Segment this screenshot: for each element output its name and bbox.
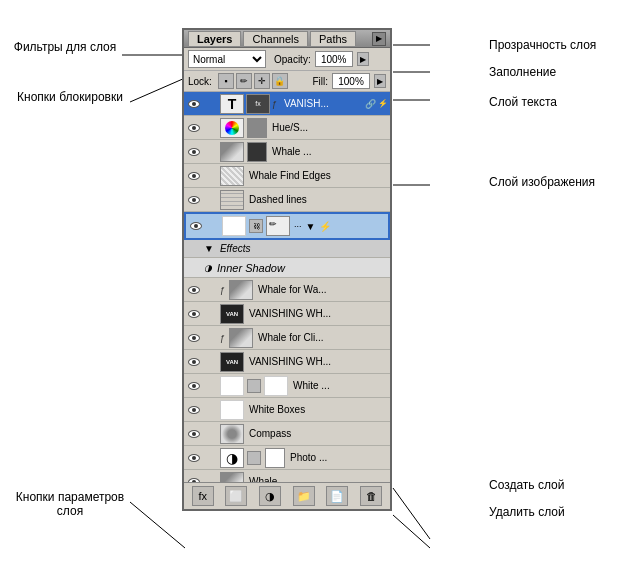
- layer-effects-header: ▼ Effects: [184, 240, 390, 258]
- layer-thumb-hue: [220, 118, 244, 138]
- layer-chain-photo[interactable]: [204, 450, 218, 466]
- layer-item-vanish-text[interactable]: T fx ƒ VANISH... 🔗 ⚡: [184, 92, 390, 116]
- layer-visibility-whale-mask[interactable]: [186, 144, 202, 160]
- layer-thumb-special: [222, 216, 246, 236]
- new-layer-button[interactable]: 📄: [326, 486, 348, 506]
- tab-layers[interactable]: Layers: [188, 31, 241, 46]
- layer-item-compass[interactable]: Compass: [184, 422, 390, 446]
- layer-chain-vanish[interactable]: [204, 96, 218, 112]
- layer-visibility-vanish[interactable]: [186, 96, 202, 112]
- new-fill-layer-button[interactable]: ◑: [259, 486, 281, 506]
- layer-name-whale-final: Whale: [246, 476, 388, 482]
- layer-name-whale-wa: Whale for Wa...: [255, 284, 388, 295]
- blend-mode-select[interactable]: Normal Multiply Screen Overlay: [188, 50, 266, 68]
- layer-chain-photo: [247, 451, 261, 465]
- layer-name-compass: Compass: [246, 428, 388, 439]
- layer-visibility-white-boxes[interactable]: [186, 402, 202, 418]
- add-style-icon: fx: [199, 490, 208, 502]
- new-group-icon: 📁: [297, 490, 311, 503]
- layer-item-white-boxes[interactable]: White Boxes: [184, 398, 390, 422]
- layer-thumb-vanish-style: fx: [246, 94, 270, 114]
- layers-panel: Layers Channels Paths ▶ Normal Mu: [182, 28, 392, 511]
- delete-layer-button[interactable]: 🗑: [360, 486, 382, 506]
- layer-chain-white[interactable]: [204, 378, 218, 394]
- panel-menu-button[interactable]: ▶: [372, 32, 386, 46]
- layer-item-whale-final[interactable]: Whale: [184, 470, 390, 482]
- lock-transparency-button[interactable]: ▪: [218, 73, 234, 89]
- fill-input[interactable]: [332, 73, 370, 89]
- layer-visibility-photo[interactable]: [186, 450, 202, 466]
- effects-label: Effects: [220, 243, 251, 254]
- layer-visibility-dashed[interactable]: [186, 192, 202, 208]
- layer-thumb-special2: ✏: [266, 216, 290, 236]
- layer-chain-whale-wa[interactable]: [204, 282, 218, 298]
- panel-toolbar: fx ⬜ ◑ 📁 📄 🗑: [184, 482, 390, 509]
- layer-item-photo[interactable]: Photo ...: [184, 446, 390, 470]
- layer-visibility-special[interactable]: [188, 218, 204, 234]
- opacity-arrow-button[interactable]: ▶: [357, 52, 369, 66]
- layer-visibility-whale-final[interactable]: [186, 474, 202, 483]
- layer-effect-inner-shadow[interactable]: ◑ Inner Shadow: [184, 258, 390, 278]
- annotation-layer-buttons: Кнопки параметровслоя: [10, 490, 130, 518]
- layer-item-whale-edges[interactable]: Whale Find Edges: [184, 164, 390, 188]
- layer-thumb-whale-edges: [220, 166, 244, 186]
- layer-chain-special[interactable]: [206, 218, 220, 234]
- layer-item-hue[interactable]: Hue/S...: [184, 116, 390, 140]
- svg-line-1: [130, 78, 185, 102]
- layer-thumb-vanish: T: [220, 94, 244, 114]
- layer-thumb-whale-wa: [229, 280, 253, 300]
- lock-position-button[interactable]: ✛: [254, 73, 270, 89]
- layer-name-whale-cli: Whale for Cli...: [255, 332, 388, 343]
- layer-visibility-whale-wa[interactable]: [186, 282, 202, 298]
- layer-item-dashed[interactable]: Dashed lines: [184, 188, 390, 212]
- fill-arrow-button[interactable]: ▶: [374, 74, 386, 88]
- layer-visibility-whale-edges[interactable]: [186, 168, 202, 184]
- new-group-button[interactable]: 📁: [293, 486, 315, 506]
- add-layer-style-button[interactable]: fx: [192, 486, 214, 506]
- lock-image-button[interactable]: ✏: [236, 73, 252, 89]
- effect-icon: ◑: [204, 263, 212, 273]
- layer-chain-compass[interactable]: [204, 426, 218, 442]
- layer-chain-white-boxes[interactable]: [204, 402, 218, 418]
- tab-channels[interactable]: Channels: [243, 31, 307, 46]
- layer-visibility-hue[interactable]: [186, 120, 202, 136]
- layer-item-whale-mask[interactable]: Whale ...: [184, 140, 390, 164]
- layer-visibility-vanishing-wh1[interactable]: [186, 306, 202, 322]
- add-mask-button[interactable]: ⬜: [225, 486, 247, 506]
- layer-chain-icon: ⛓: [249, 219, 263, 233]
- opacity-input[interactable]: [315, 51, 353, 67]
- layer-item-white[interactable]: White ...: [184, 374, 390, 398]
- layer-fx-vanish: ƒ: [272, 99, 277, 109]
- layer-chain-hue[interactable]: [204, 120, 218, 136]
- panel-tabs: Layers Channels Paths: [188, 31, 358, 46]
- layer-visibility-vanishing-wh2[interactable]: [186, 354, 202, 370]
- layer-item-whale-cli[interactable]: ƒ Whale for Cli...: [184, 326, 390, 350]
- layer-visibility-white[interactable]: [186, 378, 202, 394]
- layer-item-whale-wa[interactable]: ƒ Whale for Wa...: [184, 278, 390, 302]
- layer-visibility-whale-cli[interactable]: [186, 330, 202, 346]
- lock-all-button[interactable]: 🔒: [272, 73, 288, 89]
- layer-mask-hue: [247, 118, 267, 138]
- tab-paths[interactable]: Paths: [310, 31, 356, 46]
- layer-name-photo: Photo ...: [287, 452, 388, 463]
- layer-name-vanishing-wh2: VANISHING WH...: [246, 356, 388, 367]
- layer-item-special[interactable]: ⛓ ✏ ··· ▼ ⚡: [184, 212, 390, 240]
- layer-chain-vanishing-wh2[interactable]: [204, 354, 218, 370]
- layer-name-dashed: Dashed lines: [246, 194, 388, 205]
- annotation-locks: Кнопки блокировки: [10, 90, 130, 104]
- layer-item-vanishing-wh2[interactable]: VAN VANISHING WH...: [184, 350, 390, 374]
- layer-item-vanishing-wh1[interactable]: VAN VANISHING WH...: [184, 302, 390, 326]
- layer-chain-whale-mask[interactable]: [204, 144, 218, 160]
- layer-chain-whale-cli[interactable]: [204, 330, 218, 346]
- layer-visibility-compass[interactable]: [186, 426, 202, 442]
- fill-label: Fill:: [312, 76, 328, 87]
- layer-name-vanishing-wh1: VANISHING WH...: [246, 308, 388, 319]
- layer-thumb-vanishing1: VAN: [220, 304, 244, 324]
- layer-chain-whale-final[interactable]: [204, 474, 218, 483]
- layer-chain-whale-edges[interactable]: [204, 168, 218, 184]
- annotation-fill: Заполнение: [489, 65, 619, 79]
- lock-label: Lock:: [188, 76, 212, 87]
- annotation-filters: Фильтры для слоя: [10, 40, 120, 54]
- layer-chain-dashed[interactable]: [204, 192, 218, 208]
- layer-chain-vanishing-wh1[interactable]: [204, 306, 218, 322]
